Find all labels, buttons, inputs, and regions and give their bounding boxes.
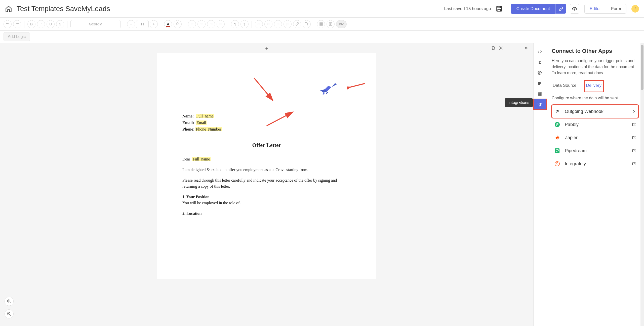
paragraph-2: Please read through this letter carefull… [182, 177, 351, 189]
greeting-prefix: Dear [182, 157, 190, 161]
align-right-button[interactable] [207, 20, 215, 28]
svg-point-5 [635, 10, 635, 10]
rail-sigma-button[interactable]: Σ [534, 57, 546, 67]
font-size-input[interactable] [136, 20, 149, 28]
italic-button[interactable]: I [37, 20, 45, 28]
ltr-button[interactable]: ¶ [231, 20, 239, 28]
zapier-icon [554, 135, 560, 141]
rail-integrations-button[interactable] [534, 99, 546, 110]
strikethrough-button[interactable]: S [56, 20, 64, 28]
editor-form-toggle: Editor Form [584, 4, 626, 14]
canvas-area: + Name: Full_name Email: Email Phone: Ph… [0, 43, 533, 326]
ordered-list-button[interactable] [274, 20, 282, 28]
panel-tabs: Data Source Delivery [552, 82, 638, 91]
tab-delivery[interactable]: Delivery [585, 82, 602, 91]
svg-marker-16 [323, 93, 325, 95]
align-left-button[interactable] [188, 20, 196, 28]
svg-point-30 [557, 165, 558, 165]
external-link-icon [632, 149, 636, 153]
bird-logo [316, 80, 338, 98]
rail-if-button[interactable]: IF [534, 78, 546, 89]
image-button[interactable] [327, 20, 335, 28]
div-button[interactable]: DIV [336, 20, 347, 28]
scrollbar-thumb[interactable] [641, 45, 643, 90]
document-page[interactable]: Name: Full_name Email: Email Phone: Phon… [157, 53, 376, 279]
svg-point-29 [555, 161, 559, 166]
rail-settings-button[interactable] [534, 67, 546, 78]
svg-point-3 [635, 7, 635, 8]
font-size-increase[interactable]: + [150, 20, 158, 28]
preview-button[interactable] [570, 4, 579, 14]
svg-marker-17 [326, 92, 328, 95]
more-menu-button[interactable] [631, 5, 639, 13]
formatting-toolbar: B I U S Georgia − + A ¶ ¶ TT DIV [0, 18, 644, 31]
email-label: Email: [182, 120, 194, 125]
integrately-icon [554, 161, 560, 167]
link-button[interactable] [555, 4, 566, 14]
table-button[interactable] [317, 20, 325, 28]
form-tab-button[interactable]: Form [606, 4, 626, 13]
zoom-out-button[interactable] [5, 309, 14, 318]
create-document-button[interactable]: Create Document [511, 4, 555, 14]
add-block-button[interactable]: + [265, 46, 268, 52]
underline-button[interactable]: U [47, 20, 55, 28]
section-2-heading: 2. Location [182, 211, 202, 216]
separator [24, 21, 24, 28]
tab-data-source[interactable]: Data Source [552, 82, 578, 91]
rail-code-button[interactable] [534, 46, 546, 57]
delete-page-button[interactable] [491, 46, 496, 50]
align-justify-button[interactable] [217, 20, 225, 28]
delivery-zapier[interactable]: Zapier [552, 131, 638, 144]
svg-point-7 [286, 24, 286, 24]
highlight-color-button[interactable] [174, 20, 182, 28]
phone-variable[interactable]: Phone_Number [195, 127, 222, 131]
panel-description: Here you can configure your trigger poin… [552, 58, 638, 76]
separator [161, 21, 161, 28]
bold-button[interactable]: B [27, 20, 35, 28]
add-logic-button[interactable]: Add Logic [4, 32, 30, 41]
align-center-button[interactable] [197, 20, 206, 28]
svg-point-11 [330, 23, 331, 24]
chevron-right-icon [632, 109, 636, 113]
svg-point-2 [574, 8, 575, 9]
panel-title: Connect to Other Apps [552, 48, 638, 54]
svg-marker-13 [332, 83, 337, 87]
link-insert-button[interactable] [293, 20, 301, 28]
svg-point-12 [500, 48, 502, 49]
indent-decrease-button[interactable] [255, 20, 263, 28]
pipedream-icon [554, 148, 560, 154]
delivery-pipedream[interactable]: Pipedream [552, 144, 638, 157]
home-icon[interactable] [5, 5, 12, 12]
font-family-select[interactable]: Georgia [70, 20, 121, 28]
delivery-label: Zapier [565, 135, 632, 140]
redo-button[interactable] [13, 20, 21, 28]
unordered-list-button[interactable] [284, 20, 292, 28]
rtl-button[interactable]: ¶ [240, 20, 249, 28]
delivery-pabbly[interactable]: Pabbly [552, 118, 638, 131]
arrow-out-icon [554, 108, 560, 114]
separator [124, 21, 124, 28]
scrollbar[interactable] [640, 43, 644, 326]
greeting-name-variable[interactable]: Full_name [192, 157, 210, 161]
delivery-integrately[interactable]: Integrately [552, 157, 638, 170]
editor-tab-button[interactable]: Editor [585, 4, 606, 13]
save-button[interactable] [495, 5, 503, 13]
separator [252, 21, 252, 28]
font-size-decrease[interactable]: − [127, 20, 135, 28]
document-body: Name: Full_name Email: Email Phone: Phon… [182, 113, 351, 217]
rail-table-button[interactable] [534, 89, 546, 99]
sidebar-rail: Σ IF Integrations [533, 43, 546, 326]
text-color-button[interactable]: A [164, 20, 172, 28]
text-format-button[interactable]: TT [303, 20, 311, 28]
email-variable[interactable]: Email [196, 120, 207, 125]
svg-rect-0 [497, 6, 502, 11]
undo-button[interactable] [4, 20, 12, 28]
indent-increase-button[interactable] [264, 20, 272, 28]
delivery-outgoing-webhook[interactable]: Outgoing Webhook [552, 105, 638, 118]
collapse-panel-button[interactable] [524, 46, 528, 50]
name-variable[interactable]: Full_name [196, 114, 214, 118]
external-link-icon [632, 162, 636, 166]
external-link-icon [632, 136, 636, 140]
page-settings-button[interactable] [499, 46, 503, 50]
zoom-in-button[interactable] [5, 297, 14, 306]
